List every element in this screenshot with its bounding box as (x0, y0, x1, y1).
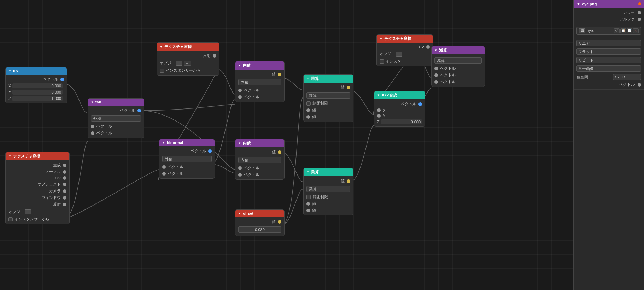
dot-top-input-vec2-label: ベクトル (244, 94, 259, 100)
tc-right-img-icon[interactable] (396, 52, 402, 57)
tc-left-gen-socket[interactable] (63, 164, 66, 167)
tc-right-collapse-icon[interactable]: ▼ (380, 37, 382, 40)
panel-single-image-dropdown[interactable]: 単一画像 (576, 65, 641, 72)
tc-left-instance-row: インスタンサーから (6, 216, 69, 223)
panel-copy-icon[interactable]: 📋 (620, 28, 626, 33)
canvas-background (0, 0, 644, 290)
subtract-input-vec2-socket[interactable] (434, 73, 438, 77)
tan-input-vec2-socket[interactable] (91, 131, 94, 135)
dot-top-collapse-icon[interactable]: ▼ (238, 64, 241, 67)
panel-collapse-icon[interactable]: ▼ (576, 2, 580, 6)
mult-top-collapse-icon[interactable]: ▼ (306, 77, 309, 80)
panel-shield-icon[interactable]: 🛡 (614, 28, 620, 33)
dot-mid-input-vec1-socket[interactable] (238, 166, 242, 170)
tc-right-uv-socket[interactable] (426, 45, 430, 49)
panel-socket-alpha-dot[interactable] (638, 18, 641, 21)
subtract-input-vec1-socket[interactable] (434, 67, 438, 70)
mult-bot-val-socket[interactable] (347, 179, 350, 183)
mult-bot-input-val2-socket[interactable] (306, 209, 310, 212)
tan-dropdown[interactable]: 外積 (91, 115, 141, 122)
subtract-input-vec2-label: ベクトル (440, 72, 456, 78)
tc-left-instance-checkbox[interactable] (8, 217, 13, 221)
offset-val-socket[interactable] (278, 220, 281, 224)
properties-panel: ▼ eye.png カラー アルファ 🖼 eye. 🛡 📋 📄 ✕ (573, 0, 644, 290)
up-x-value[interactable]: 0.000 (12, 83, 63, 88)
tc-top-ref-socket[interactable] (213, 54, 216, 58)
panel-linear-dropdown[interactable]: リニア (576, 40, 641, 46)
mult-top-val-socket[interactable] (347, 86, 350, 89)
dot-top-input-vec2-socket[interactable] (238, 95, 242, 99)
tc-left-img-icon[interactable] (25, 209, 31, 214)
node-dot-mid-title: 内積 (243, 141, 251, 146)
panel-repeat-dropdown[interactable]: リピート (576, 57, 641, 63)
binormal-vector-socket[interactable] (208, 149, 212, 153)
panel-image-section: 🖼 eye. 🛡 📋 📄 ✕ (574, 24, 644, 37)
node-texture-coord-top-title: テクスチャ座標 (164, 44, 192, 49)
offset-value-input[interactable] (238, 226, 281, 233)
binormal-input-vec1-socket[interactable] (162, 165, 166, 169)
mult-top-val-label: 値 (341, 85, 345, 90)
xyz-collapse-icon[interactable]: ▼ (377, 94, 380, 97)
xyz-input-x-socket[interactable] (377, 108, 381, 112)
tan-vector-socket[interactable] (137, 109, 141, 112)
panel-flat-dropdown[interactable]: フラット (576, 48, 641, 55)
mult-bot-dropdown[interactable]: 乗算 (306, 186, 350, 192)
mult-top-clamp-checkbox[interactable] (306, 101, 311, 106)
tc-right-instance-checkbox[interactable] (380, 59, 384, 64)
up-z-row: Z 1.000 (6, 95, 67, 102)
subtract-collapse-icon[interactable]: ▼ (434, 49, 437, 52)
up-vector-socket[interactable] (60, 78, 64, 81)
binormal-input-vec2-socket[interactable] (162, 172, 166, 176)
mult-top-dropdown[interactable]: 乗算 (306, 92, 350, 99)
tc-top-img-icon[interactable] (176, 61, 182, 66)
tc-left-obj-socket[interactable] (63, 183, 66, 186)
tc-left-cam-socket[interactable] (63, 189, 66, 193)
tc-left-gen-label: 生成 (53, 162, 61, 168)
subtract-input-vec3-socket[interactable] (434, 80, 438, 84)
tc-right-instance-row: インスタ... (377, 58, 433, 65)
dot-top-dropdown[interactable]: 内積 (238, 79, 281, 85)
tc-left-uv-socket[interactable] (63, 176, 66, 180)
tan-collapse-icon[interactable]: ▼ (91, 101, 94, 104)
offset-collapse-icon[interactable]: ▼ (238, 212, 241, 215)
dot-mid-val-socket[interactable] (278, 150, 281, 154)
dot-mid-input-vec2-socket[interactable] (238, 173, 242, 177)
node-subtract-title: 減算 (439, 48, 447, 53)
panel-linear-row: リニア (576, 39, 641, 47)
binormal-dropdown[interactable]: 外積 (162, 156, 212, 162)
node-xyz-body: ベクトル X Y Z 0.000 (374, 99, 425, 126)
xyz-input-y-socket[interactable] (377, 114, 381, 118)
tc-top-instance-checkbox[interactable] (160, 69, 164, 73)
tan-input-vec1-socket[interactable] (91, 125, 94, 128)
panel-socket-color-dot[interactable] (638, 11, 641, 14)
mult-top-input-val1-socket[interactable] (306, 108, 310, 112)
dot-top-val-socket[interactable] (278, 73, 281, 76)
xyz-z-value[interactable]: 0.000 (381, 119, 422, 124)
dot-mid-dropdown[interactable]: 内積 (238, 157, 281, 163)
mult-bot-collapse-icon[interactable]: ▼ (306, 171, 309, 174)
panel-color-space-dropdown[interactable]: sRGB (613, 74, 641, 80)
binormal-collapse-icon[interactable]: ▼ (162, 141, 165, 144)
panel-vector-socket[interactable] (638, 83, 641, 87)
node-subtract: ▼ 減算 減算 ベクトル ベクトル ベクトル (431, 46, 485, 87)
mult-bot-clamp-checkbox[interactable] (306, 195, 311, 199)
up-y-value[interactable]: 0.000 (12, 90, 63, 95)
up-z-value[interactable]: 1.000 (12, 96, 63, 101)
panel-img-icon[interactable]: 🖼 (579, 28, 585, 33)
panel-file-icon[interactable]: 📄 (627, 28, 632, 33)
mult-bot-input-val1-socket[interactable] (306, 202, 310, 206)
subtract-dropdown[interactable]: 減算 (434, 57, 482, 64)
collapse-icon-2[interactable]: ▼ (8, 155, 11, 158)
tc-left-win-socket[interactable] (63, 196, 66, 200)
dot-top-input-vec1-socket[interactable] (238, 89, 242, 92)
tc-left-ref-socket[interactable] (63, 203, 66, 206)
node-subtract-header: ▼ 減算 (432, 46, 485, 54)
tc-top-collapse-icon[interactable]: ▼ (160, 45, 163, 48)
tc-top-eyedrop-icon[interactable]: ✏ (184, 61, 191, 66)
dot-mid-collapse-icon[interactable]: ▼ (238, 142, 241, 145)
xyz-vector-socket[interactable] (418, 102, 422, 106)
mult-top-input-val2-socket[interactable] (306, 115, 310, 119)
panel-close-icon[interactable]: ✕ (633, 28, 639, 33)
collapse-icon[interactable]: ▼ (8, 70, 11, 73)
tc-left-normal-socket[interactable] (63, 170, 66, 174)
